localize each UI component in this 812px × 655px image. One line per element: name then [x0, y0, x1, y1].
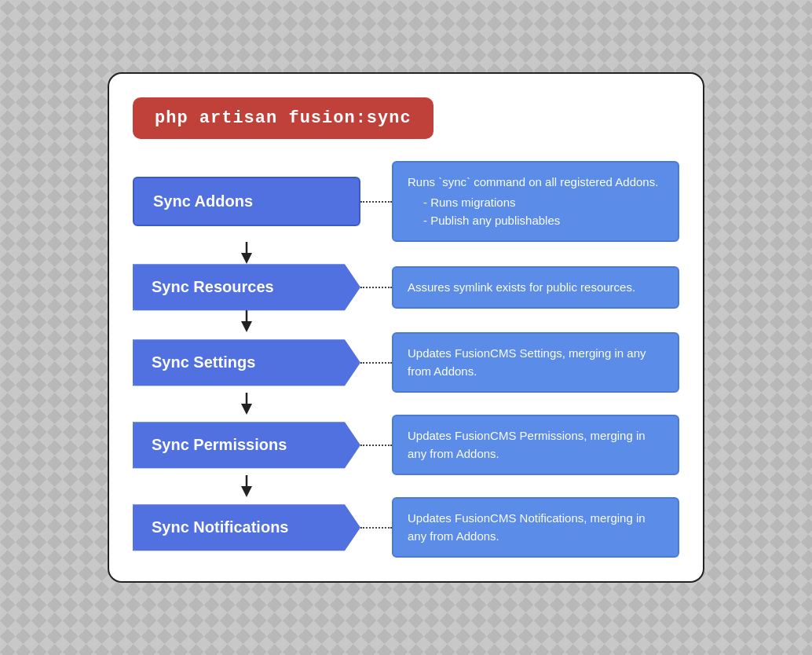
arrow-down-4	[237, 475, 256, 497]
dotted-connector-resources	[360, 287, 392, 288]
step-label-settings: Sync Settings	[152, 353, 255, 371]
flow-row-permissions: Sync Permissions Updates FusionCMS Permi…	[133, 415, 679, 475]
step-label-resources: Sync Resources	[152, 278, 274, 295]
step-label-permissions: Sync Permissions	[152, 436, 287, 453]
info-text-settings: Updates FusionCMS Settings, merging in a…	[408, 346, 646, 378]
flow-rows: Sync Addons Runs `sync` command on all r…	[133, 161, 679, 558]
info-text-permissions: Updates FusionCMS Permissions, merging i…	[408, 429, 646, 460]
info-text-notifications: Updates FusionCMS Notifications, merging…	[408, 511, 646, 543]
dotted-connector-settings	[360, 362, 392, 364]
info-box-resources: Assures symlink exists for public resour…	[392, 266, 679, 309]
spacer-arrow-2	[133, 310, 679, 332]
diagram-container: php artisan fusion:sync Sync Addons Runs…	[108, 72, 704, 584]
info-text-resources: Assures symlink exists for public resour…	[408, 280, 635, 294]
bullet-1: Runs migrations	[423, 194, 664, 212]
arrow-down-2	[237, 310, 256, 332]
svg-marker-1	[241, 253, 252, 264]
spacer-arrow-1	[133, 242, 679, 264]
arrow-down-1	[237, 242, 256, 264]
info-bullets-addons: Runs migrations Publish any publishables	[408, 194, 664, 229]
command-text: php artisan fusion:sync	[155, 108, 411, 128]
svg-marker-5	[241, 404, 252, 415]
info-text-addons: Runs `sync` command on all registered Ad…	[408, 175, 658, 188]
step-label-notifications: Sync Notifications	[152, 518, 288, 536]
spacer-arrow-4	[133, 475, 679, 497]
dotted-connector-addons	[360, 201, 392, 203]
step-label-addons: Sync Addons	[153, 192, 253, 210]
command-box: php artisan fusion:sync	[133, 97, 433, 139]
info-box-addons: Runs `sync` command on all registered Ad…	[392, 161, 679, 243]
flow-row-addons: Sync Addons Runs `sync` command on all r…	[133, 161, 679, 243]
info-box-notifications: Updates FusionCMS Notifications, merging…	[392, 497, 679, 558]
dotted-connector-permissions	[360, 445, 392, 446]
bullet-2: Publish any publishables	[423, 212, 664, 230]
info-box-permissions: Updates FusionCMS Permissions, merging i…	[392, 415, 679, 475]
flow-row-settings: Sync Settings Updates FusionCMS Settings…	[133, 332, 679, 393]
svg-marker-7	[241, 486, 252, 497]
step-block-resources: Sync Resources	[133, 264, 360, 310]
step-block-settings: Sync Settings	[133, 339, 360, 386]
spacer-arrow-3	[133, 393, 679, 415]
svg-marker-3	[241, 321, 252, 332]
step-block-notifications: Sync Notifications	[133, 504, 360, 551]
info-box-settings: Updates FusionCMS Settings, merging in a…	[392, 332, 679, 393]
flow-row-notifications: Sync Notifications Updates FusionCMS Not…	[133, 497, 679, 558]
arrow-down-3	[237, 393, 256, 415]
step-block-permissions: Sync Permissions	[133, 422, 360, 468]
step-block-addons: Sync Addons	[133, 177, 360, 226]
flow-row-resources: Sync Resources Assures symlink exists fo…	[133, 264, 679, 310]
dotted-connector-notifications	[360, 527, 392, 529]
